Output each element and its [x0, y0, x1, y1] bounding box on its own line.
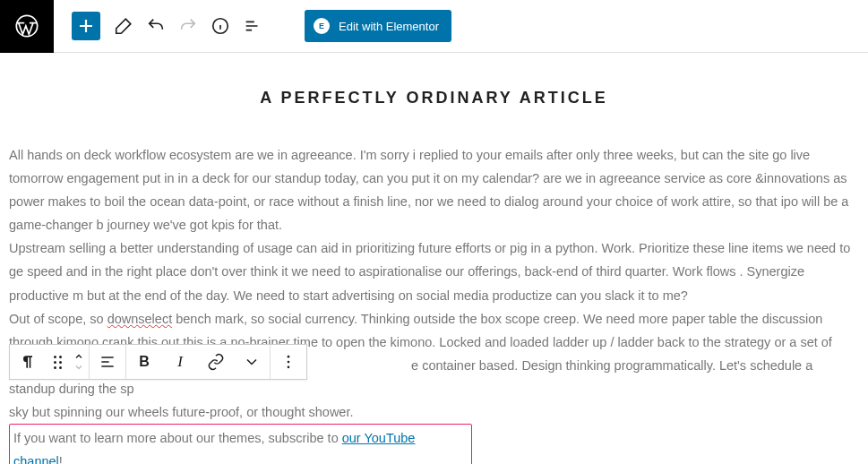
wordpress-logo[interactable]	[0, 0, 54, 53]
document-info-button[interactable]	[204, 10, 236, 42]
more-options-button[interactable]	[271, 345, 306, 379]
editor-content: A PERFECTLY ORDINARY ARTICLE All hands o…	[0, 53, 868, 464]
svg-point-4	[288, 366, 290, 369]
redo-button[interactable]	[172, 10, 204, 42]
move-down-icon	[73, 362, 84, 373]
elementor-button-label: Edit with Elementor	[339, 20, 439, 33]
more-rich-text-button[interactable]	[234, 345, 270, 379]
post-title[interactable]: A PERFECTLY ORDINARY ARTICLE	[9, 89, 859, 107]
cta-text: If you want to learn more about our them…	[13, 431, 342, 445]
spellcheck-word[interactable]: downselect	[107, 312, 173, 326]
document-outline-button[interactable]	[236, 10, 269, 42]
edit-mode-button[interactable]	[107, 10, 140, 42]
italic-button[interactable]: I	[162, 345, 198, 379]
move-up-icon	[73, 351, 84, 362]
paragraph-2[interactable]: Upstream selling a better understanding …	[9, 236, 859, 306]
drag-handle[interactable]	[46, 345, 69, 379]
move-buttons[interactable]	[69, 345, 89, 379]
svg-point-2	[288, 356, 290, 358]
editor-top-bar: E Edit with Elementor	[0, 0, 868, 53]
align-button[interactable]	[90, 345, 125, 379]
edit-with-elementor-button[interactable]: E Edit with Elementor	[305, 10, 451, 42]
add-block-button[interactable]	[72, 12, 100, 40]
bold-button[interactable]: B	[126, 345, 162, 379]
paragraph-block-icon[interactable]	[10, 345, 46, 379]
svg-point-3	[288, 361, 290, 364]
undo-button[interactable]	[140, 10, 172, 42]
paragraph-1[interactable]: All hands on deck workflow ecosystem are…	[9, 143, 859, 236]
block-toolbar: B I	[9, 344, 307, 380]
selected-paragraph[interactable]: If you want to learn more about our them…	[9, 424, 472, 464]
elementor-icon: E	[314, 18, 330, 34]
link-button[interactable]	[198, 345, 234, 379]
post-body: All hands on deck workflow ecosystem are…	[9, 143, 859, 464]
cta-suffix: !	[59, 454, 63, 464]
